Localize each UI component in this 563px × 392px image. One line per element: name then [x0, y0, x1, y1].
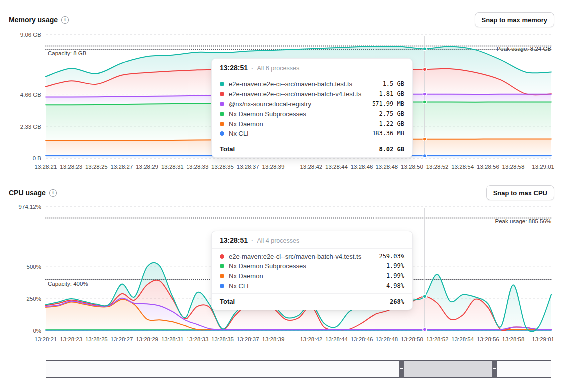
x-axis-tick-label: 13:28:58 [502, 164, 525, 170]
tooltip-row: e2e-maven:e2e-ci--src/maven-batch.test.t… [212, 79, 412, 89]
series-label: Nx CLI [229, 130, 368, 137]
series-value: 571.99 MB [372, 100, 404, 107]
brush-handle-left[interactable] [399, 360, 404, 378]
x-axis-tick-label: 13:28:42 [300, 336, 322, 342]
series-value: 1.99% [386, 272, 404, 279]
capacity-label: Capacity: 8 GB [48, 50, 87, 56]
grip-line [493, 368, 496, 369]
x-axis-tick-label: 13:28:44 [325, 164, 348, 170]
series-value: 1.22 GB [379, 120, 404, 127]
tooltip-row: e2e-maven:e2e-ci--src/maven-batch-v4.tes… [212, 251, 412, 261]
x-axis-tick-label: 13:28:48 [375, 164, 398, 170]
series-label: e2e-maven:e2e-ci--src/maven-batch-v4.tes… [229, 90, 375, 98]
x-axis-tick-label: 13:28:52 [426, 164, 449, 170]
series-dot-icon [220, 112, 224, 116]
tooltip-total-row: Total 8.02 GB [212, 141, 412, 157]
peak-usage-label: Peak usage: 8.24 GB [497, 46, 552, 52]
x-axis-tick-label: 13:28:25 [85, 164, 108, 170]
brush-selection[interactable] [399, 361, 497, 377]
tooltip-row: Nx Daemon1.22 GB [212, 119, 412, 129]
x-axis-tick-label: 13:28:46 [351, 336, 373, 342]
x-axis-tick-label: 13:28:46 [351, 164, 373, 170]
series-label: Nx CLI [229, 282, 382, 290]
x-axis-tick-label: 13:28:39 [262, 336, 285, 342]
series-value: 183.36 MB [372, 130, 404, 137]
tooltip-row: Nx CLI4.98% [212, 281, 412, 291]
memory-tooltip-rows: e2e-maven:e2e-ci--src/maven-batch.test.t… [212, 76, 412, 141]
crosshair-dot-green [423, 100, 426, 104]
snap-to-max-cpu-button[interactable]: Snap to max CPU [486, 185, 554, 200]
series-dot-icon [220, 131, 224, 136]
tooltip-total-label: Total [220, 298, 386, 305]
x-axis-tick-label: 13:28:54 [451, 336, 474, 342]
crosshair-dot-purple [423, 92, 426, 96]
x-axis-tick-label: 13:28:56 [477, 164, 499, 170]
tooltip-time: 13:28:51 [220, 64, 248, 72]
timeline-brush-track[interactable] [46, 360, 551, 378]
series-dot-icon [220, 284, 224, 288]
tooltip-subtitle: All 4 processes [257, 237, 299, 244]
x-axis-tick-label: 13:29:01 [532, 336, 554, 342]
grip-line [400, 370, 403, 371]
series-dot-icon [220, 274, 224, 278]
series-dot-icon [220, 102, 224, 106]
crosshair-dot-blue [423, 154, 426, 158]
resource-usage-panel: Memory usage Snap to max memory 9.06 GB4… [0, 0, 563, 392]
cpu-section-header: CPU usage Snap to max CPU [9, 185, 554, 201]
series-dot-icon [220, 92, 224, 96]
x-axis-tick-label: 13:28:21 [35, 336, 57, 342]
x-axis-tick-label: 13:28:56 [477, 336, 499, 342]
top-divider [28, 2, 563, 2]
tooltip-separator: · [251, 237, 253, 244]
brush-handle-right[interactable] [492, 360, 497, 378]
y-axis-tick-label: 4.66 GB [20, 92, 42, 98]
x-axis-tick-label: 13:28:50 [401, 164, 423, 170]
x-axis-tick-label: 13:28:52 [426, 336, 449, 342]
x-axis-tick-label: 13:28:31 [161, 336, 184, 342]
tooltip-row: Nx Daemon Subprocesses2.75 GB [212, 109, 412, 119]
y-axis-tick-label: 9.06 GB [20, 32, 42, 38]
x-axis-tick-label: 13:28:42 [300, 164, 322, 170]
snap-to-max-memory-button[interactable]: Snap to max memory [475, 12, 555, 27]
y-axis-tick-label: 0 B [33, 155, 42, 161]
x-axis-tick-label: 13:28:33 [187, 336, 209, 342]
x-axis-tick-label: 13:28:23 [60, 336, 82, 342]
x-axis-tick-label: 13:28:37 [237, 336, 259, 342]
memory-section-header: Memory usage Snap to max memory [9, 12, 554, 28]
series-dot-icon [220, 82, 224, 86]
x-axis-tick-label: 13:28:44 [325, 336, 348, 342]
series-dot-icon [220, 122, 224, 126]
y-axis-tick-label: 974.12% [19, 204, 41, 210]
tooltip-row: Nx Daemon Subprocesses1.99% [212, 261, 412, 271]
tooltip-row: Nx Daemon1.99% [212, 271, 412, 281]
x-axis-tick-label: 13:28:29 [136, 164, 158, 170]
info-icon[interactable] [49, 189, 57, 197]
x-axis-tick-label: 13:28:35 [211, 164, 234, 170]
tooltip-time: 13:28:51 [220, 236, 248, 244]
tooltip-total-value: 8.02 GB [379, 146, 404, 153]
x-axis-tick-label: 13:28:25 [85, 336, 108, 342]
series-label: Nx Daemon Subprocesses [229, 110, 375, 118]
series-label: @nx/nx-source:local-registry [229, 100, 368, 108]
y-axis-tick-label: 500% [27, 264, 41, 270]
tooltip-row: @nx/nx-source:local-registry571.99 MB [212, 99, 412, 109]
series-label: e2e-maven:e2e-ci--src/maven-batch.test.t… [229, 80, 379, 88]
x-axis-tick-label: 13:29:01 [532, 164, 554, 170]
series-value: 1.5 GB [383, 80, 404, 87]
tooltip-total-label: Total [220, 145, 375, 153]
series-value: 1.99% [386, 262, 404, 269]
x-axis-tick-label: 13:28:37 [237, 164, 259, 170]
x-axis-tick-label: 13:28:50 [401, 336, 423, 342]
tooltip-header: 13:28:51 · All 6 processes [212, 59, 412, 76]
x-axis-tick-label: 13:28:33 [187, 164, 209, 170]
series-value: 4.98% [386, 282, 404, 289]
y-axis-tick-label: 2.33 GB [20, 124, 42, 130]
tooltip-header: 13:28:51 · All 4 processes [212, 231, 412, 249]
crosshair-dot-teal [423, 47, 426, 51]
memory-section-title: Memory usage [9, 16, 58, 24]
series-label: e2e-maven:e2e-ci--src/maven-batch-v4.tes… [229, 253, 375, 260]
info-icon[interactable] [61, 16, 69, 24]
y-axis-tick-label: 250% [27, 296, 41, 302]
tooltip-total-row: Total 268% [212, 293, 412, 310]
x-axis-tick-label: 13:28:21 [35, 164, 57, 170]
